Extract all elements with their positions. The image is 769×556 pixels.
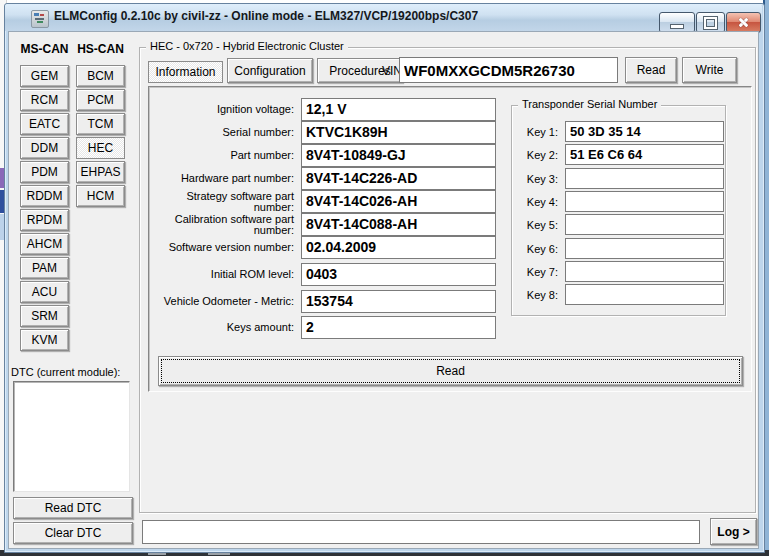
- tab-information[interactable]: Information: [148, 61, 223, 83]
- key-4-field[interactable]: [565, 191, 724, 212]
- field-label: Software version number:: [149, 236, 299, 259]
- tab-configuration[interactable]: Configuration: [227, 58, 313, 83]
- module-button-ehpas[interactable]: EHPAS: [76, 161, 125, 183]
- window-title: ELMConfig 0.2.10c by civil-zz - Online m…: [54, 9, 478, 23]
- close-icon: [737, 16, 750, 29]
- key-8-field[interactable]: [565, 284, 724, 305]
- module-groupbox-title: HEC - 0x720 - Hybrid Electronic Cluster: [146, 40, 348, 52]
- module-button-ahcm[interactable]: AHCM: [20, 233, 69, 255]
- hs-can-header: HS-CAN: [74, 42, 127, 56]
- vin-read-button[interactable]: Read: [625, 57, 677, 83]
- key-label: Key 1:: [512, 126, 563, 138]
- module-button-tcm[interactable]: TCM: [76, 113, 125, 135]
- key-row: Key 6:: [512, 238, 724, 259]
- minimize-button[interactable]: [659, 12, 695, 33]
- module-button-hec-active[interactable]: HEC: [76, 137, 125, 159]
- module-button-rddm[interactable]: RDDM: [20, 185, 69, 207]
- minimize-icon: [671, 25, 683, 28]
- field-row: Ignition voltage: 12,1 V: [149, 98, 497, 121]
- key-5-field[interactable]: [565, 214, 724, 235]
- module-button-acu[interactable]: ACU: [20, 281, 69, 303]
- key-7-field[interactable]: [565, 261, 724, 282]
- key-row: Key 8:: [512, 284, 724, 305]
- module-button-rcm[interactable]: RCM: [20, 89, 69, 111]
- part-number-field[interactable]: 8V4T-10849-GJ: [301, 144, 496, 167]
- module-button-gem[interactable]: GEM: [20, 65, 69, 87]
- hardware-part-number-field[interactable]: 8V4T-14C226-AD: [301, 167, 496, 190]
- keys-amount-field[interactable]: 2: [301, 316, 496, 339]
- key-6-field[interactable]: [565, 238, 724, 259]
- field-label: Keys amount:: [149, 316, 299, 339]
- key-label: Key 3:: [512, 173, 563, 185]
- key-row: Key 2: 51 E6 C6 64: [512, 144, 724, 165]
- app-icon: [31, 10, 49, 28]
- field-label: Part number:: [149, 144, 299, 167]
- maximize-icon: [704, 17, 717, 29]
- key-2-field[interactable]: 51 E6 C6 64: [565, 144, 724, 165]
- vin-input[interactable]: [399, 57, 618, 83]
- key-row: Key 5:: [512, 214, 724, 235]
- ms-can-header: MS-CAN: [18, 42, 71, 56]
- read-all-button[interactable]: Read: [158, 356, 743, 386]
- key-label: Key 6:: [512, 243, 563, 255]
- field-row: Keys amount: 2: [149, 316, 497, 339]
- serial-number-field[interactable]: KTVC1K89H: [301, 121, 496, 144]
- read-dtc-button[interactable]: Read DTC: [13, 497, 133, 519]
- module-button-kvm[interactable]: KVM: [20, 329, 69, 351]
- close-button[interactable]: [726, 12, 761, 33]
- field-row: Strategy software part number: 8V4T-14C0…: [149, 190, 497, 213]
- field-row: Hardware part number: 8V4T-14C226-AD: [149, 167, 497, 190]
- field-label: Initial ROM level:: [149, 263, 299, 286]
- field-row: Part number: 8V4T-10849-GJ: [149, 144, 497, 167]
- module-button-pcm[interactable]: PCM: [76, 89, 125, 111]
- key-row: Key 3:: [512, 168, 724, 189]
- transponder-groupbox: Transponder Serial Number Key 1: 50 3D 3…: [511, 105, 726, 316]
- field-label: Serial number:: [149, 121, 299, 144]
- module-button-pam[interactable]: PAM: [20, 257, 69, 279]
- calibration-software-field[interactable]: 8V4T-14C088-AH: [301, 213, 496, 236]
- ignition-voltage-field[interactable]: 12,1 V: [301, 98, 496, 121]
- key-3-field[interactable]: [565, 168, 724, 189]
- field-row: Initial ROM level: 0403: [149, 263, 497, 286]
- field-row: Vehicle Odometer - Metric: 153754: [149, 290, 497, 313]
- module-button-ddm[interactable]: DDM: [20, 137, 69, 159]
- titlebar[interactable]: ELMConfig 0.2.10c by civil-zz - Online m…: [5, 4, 762, 31]
- strategy-software-field[interactable]: 8V4T-14C026-AH: [301, 190, 496, 213]
- field-row: Calibration software part number: 8V4T-1…: [149, 213, 497, 236]
- module-button-eatc[interactable]: EATC: [20, 113, 69, 135]
- key-label: Key 5:: [512, 219, 563, 231]
- dtc-label: DTC (current module):: [11, 366, 120, 378]
- module-button-rpdm[interactable]: RPDM: [20, 209, 69, 231]
- field-label: Hardware part number:: [149, 167, 299, 190]
- software-version-field[interactable]: 02.04.2009: [301, 236, 496, 259]
- field-row: Software version number: 02.04.2009: [149, 236, 497, 259]
- module-button-srm[interactable]: SRM: [20, 305, 69, 327]
- odometer-field[interactable]: 153754: [301, 290, 496, 313]
- field-label: Strategy software part number:: [149, 190, 299, 213]
- field-label: Vehicle Odometer - Metric:: [149, 290, 299, 313]
- maximize-button[interactable]: [696, 12, 725, 33]
- field-label: Calibration software part number:: [149, 213, 299, 236]
- module-button-pdm[interactable]: PDM: [20, 161, 69, 183]
- dtc-listbox[interactable]: [13, 381, 130, 492]
- transponder-groupbox-title: Transponder Serial Number: [518, 98, 661, 110]
- module-button-bcm[interactable]: BCM: [76, 65, 125, 87]
- key-row: Key 7:: [512, 261, 724, 282]
- key-1-field[interactable]: 50 3D 35 14: [565, 121, 724, 142]
- key-label: Key 2:: [512, 149, 563, 161]
- log-button[interactable]: Log >: [710, 518, 757, 545]
- module-button-hcm[interactable]: HCM: [76, 185, 125, 207]
- key-label: Key 4:: [512, 196, 563, 208]
- field-label: Ignition voltage:: [149, 98, 299, 121]
- key-label: Key 8:: [512, 289, 563, 301]
- clear-dtc-button[interactable]: Clear DTC: [13, 522, 133, 544]
- key-label: Key 7:: [512, 266, 563, 278]
- key-row: Key 1: 50 3D 35 14: [512, 121, 724, 142]
- field-row: Serial number: KTVC1K89H: [149, 121, 497, 144]
- log-input[interactable]: [142, 520, 700, 544]
- initial-rom-level-field[interactable]: 0403: [301, 263, 496, 286]
- key-row: Key 4:: [512, 191, 724, 212]
- vin-write-button[interactable]: Write: [682, 57, 737, 83]
- information-tab-panel: Ignition voltage: 12,1 V Serial number: …: [148, 86, 752, 392]
